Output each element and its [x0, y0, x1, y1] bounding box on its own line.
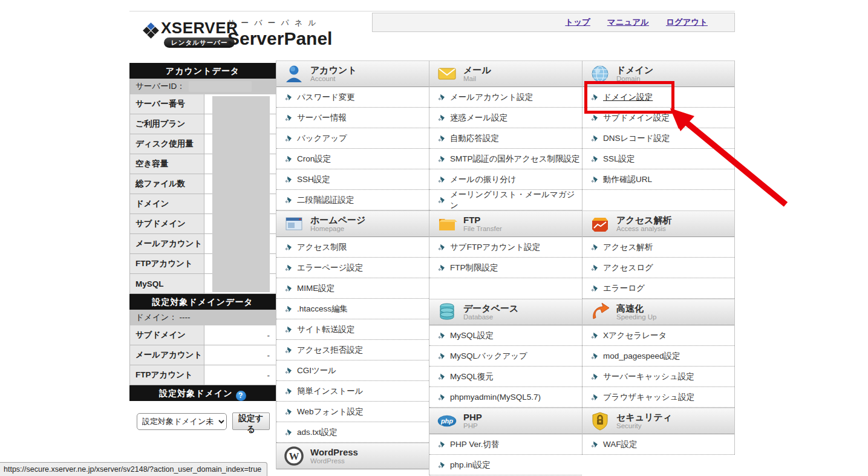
sidebar-row-value: -	[204, 325, 276, 345]
menu-item-speedup[interactable]: mod_pagespeed設定	[582, 346, 734, 367]
menu-item-homepage[interactable]: 簡単インストール	[276, 381, 429, 402]
nav-link-ログアウト[interactable]: ログアウト	[666, 17, 708, 28]
server-panel-page: トップマニュアルログアウト XSERVER レンタルサーバー サーバーパネル S…	[129, 11, 735, 476]
xserver-diamond-logo-icon	[144, 24, 157, 37]
arrow-bullet-icon	[285, 285, 292, 292]
section-header-account: アカウントAccount	[276, 60, 429, 87]
arrow-bullet-icon	[591, 285, 598, 292]
arrow-bullet-icon	[591, 176, 598, 183]
menu-column-1: アカウントAccountパスワード変更サーバー情報バックアップCron設定SSH…	[276, 60, 429, 469]
menu-item-homepage[interactable]: アクセス拒否設定	[276, 340, 429, 360]
section-title: セキュリティ	[616, 412, 672, 422]
sidebar-row-label: MySQL	[130, 274, 204, 293]
menu-item-account[interactable]: バックアップ	[276, 128, 429, 149]
menu-item-label: .htaccess編集	[297, 304, 348, 315]
menu-item-security[interactable]: WAF設定	[582, 434, 734, 455]
sidebar: アカウントデータ サーバーID： サーバー番号ご利用プランディスク使用量空き容量…	[129, 60, 276, 439]
menu-item-label: SSH設定	[297, 174, 330, 185]
product-name: ServerPanel	[227, 28, 332, 48]
menu-item-access-analysis[interactable]: エラーログ	[582, 278, 734, 299]
menu-item-database[interactable]: MySQLバックアップ	[429, 346, 582, 367]
menu-item-domain[interactable]: DNSレコード設定	[582, 128, 734, 149]
menu-item-mail[interactable]: 自動応答設定	[429, 128, 582, 149]
menu-item-mail[interactable]: メールの振り分け	[429, 169, 582, 190]
menu-item-label: メールの振り分け	[450, 174, 517, 185]
menu-item-account[interactable]: SSH設定	[276, 169, 429, 190]
menu-item-account[interactable]: サーバー情報	[276, 108, 429, 128]
section-header-domain: ドメインDomain	[582, 60, 734, 87]
section-title: メール	[463, 65, 491, 75]
menu-item-homepage[interactable]: アクセス制限	[276, 237, 429, 258]
sidebar-row-label: サブドメイン	[130, 325, 204, 345]
menu-item-domain[interactable]: 動作確認URL	[582, 169, 734, 190]
nav-link-マニュアル[interactable]: マニュアル	[607, 17, 649, 28]
menu-item-label: MIME設定	[297, 283, 334, 294]
section-title: WordPress	[310, 447, 358, 457]
menu-item-domain[interactable]: サブドメイン設定	[582, 108, 734, 128]
menu-item-speedup[interactable]: Xアクセラレータ	[582, 325, 734, 346]
menu-item-php[interactable]: php.ini設定	[429, 455, 582, 475]
menu-item-database[interactable]: phpmyadmin(MySQL5.7)	[429, 387, 582, 408]
domain-icon	[590, 64, 610, 84]
menu-item-database[interactable]: MySQL復元	[429, 367, 582, 387]
section-title: 高速化	[616, 303, 657, 313]
menu-item-account[interactable]: パスワード変更	[276, 87, 429, 108]
menu-item-php[interactable]: PHP Ver.切替	[429, 434, 582, 455]
arrow-bullet-icon	[591, 332, 598, 339]
menu-item-homepage[interactable]: サイト転送設定	[276, 319, 429, 340]
menu-item-speedup[interactable]: サーバーキャッシュ設定	[582, 367, 734, 387]
set-domain-button[interactable]: 設定する	[232, 412, 270, 430]
menu-item-label: FTP制限設定	[450, 262, 498, 273]
menu-item-ftp[interactable]: サブFTPアカウント設定	[429, 237, 582, 258]
menu-item-label: ドメイン設定	[603, 92, 653, 103]
menu-item-database[interactable]: MySQL設定	[429, 325, 582, 346]
content-area: アカウントデータ サーバーID： サーバー番号ご利用プランディスク使用量空き容量…	[129, 60, 735, 475]
ftp-icon	[437, 214, 457, 234]
menu-item-homepage[interactable]: CGIツール	[276, 360, 429, 381]
menu-item-homepage[interactable]: MIME設定	[276, 278, 429, 299]
help-question-icon[interactable]: ?	[236, 391, 246, 401]
menu-item-homepage[interactable]: .htaccess編集	[276, 299, 429, 319]
arrow-bullet-icon	[285, 305, 292, 313]
menu-item-account[interactable]: 二段階認証設定	[276, 190, 429, 210]
header-nav: トップマニュアルログアウト	[372, 13, 735, 32]
arrow-bullet-icon	[591, 114, 598, 122]
menu-item-mail[interactable]: メーリングリスト・メールマガジン	[429, 190, 582, 210]
menu-item-homepage[interactable]: エラーページ設定	[276, 258, 429, 278]
menu-item-label: php.ini設定	[450, 460, 491, 471]
menu-item-mail[interactable]: メールアカウント設定	[429, 87, 582, 108]
menu-item-domain[interactable]: SSL設定	[582, 149, 734, 169]
menu-item-homepage[interactable]: Webフォント設定	[276, 402, 429, 422]
nav-link-トップ[interactable]: トップ	[565, 17, 590, 28]
menu-item-label: DNSレコード設定	[603, 133, 670, 144]
menu-item-label: Webフォント設定	[297, 406, 364, 417]
arrow-bullet-icon	[285, 244, 292, 251]
menu-item-label: アクセスログ	[603, 262, 653, 273]
menu-item-label: 自動応答設定	[450, 133, 499, 144]
section-subtitle: File Transfer	[463, 225, 502, 233]
menu-item-homepage[interactable]: ads.txt設定	[276, 422, 429, 443]
menu-item-domain[interactable]: ドメイン設定	[582, 87, 734, 108]
arrow-bullet-icon	[285, 264, 292, 272]
arrow-bullet-icon	[591, 155, 598, 163]
menu-item-mail[interactable]: SMTP認証の国外アクセス制限設定	[429, 149, 582, 169]
homepage-icon	[284, 214, 304, 234]
mail-icon	[437, 64, 457, 84]
menu-item-account[interactable]: Cron設定	[276, 149, 429, 169]
menu-item-access-analysis[interactable]: アクセスログ	[582, 258, 734, 278]
server-id-label: サーバーID：	[135, 82, 185, 91]
menu-item-speedup[interactable]: ブラウザキャッシュ設定	[582, 387, 734, 408]
target-domain-select[interactable]: 設定対象ドメイン未	[137, 413, 227, 430]
target-domain-form: 設定対象ドメイン未 設定する	[129, 401, 276, 439]
menu-item-label: phpmyadmin(MySQL5.7)	[450, 393, 541, 402]
menu-item-access-analysis[interactable]: アクセス解析	[582, 237, 734, 258]
svg-text:php: php	[440, 417, 453, 425]
menu-item-label: サーバーキャッシュ設定	[603, 371, 694, 382]
menu-item-label: サブFTPアカウント設定	[450, 242, 540, 253]
security-icon	[590, 411, 610, 431]
section-title: アカウント	[310, 65, 357, 75]
menu-item-ftp[interactable]: FTP制限設定	[429, 258, 582, 278]
product-kana: サーバーパネル	[227, 18, 332, 28]
menu-item-mail[interactable]: 迷惑メール設定	[429, 108, 582, 128]
section-header-access-analysis: アクセス解析Access analysis	[582, 210, 734, 237]
